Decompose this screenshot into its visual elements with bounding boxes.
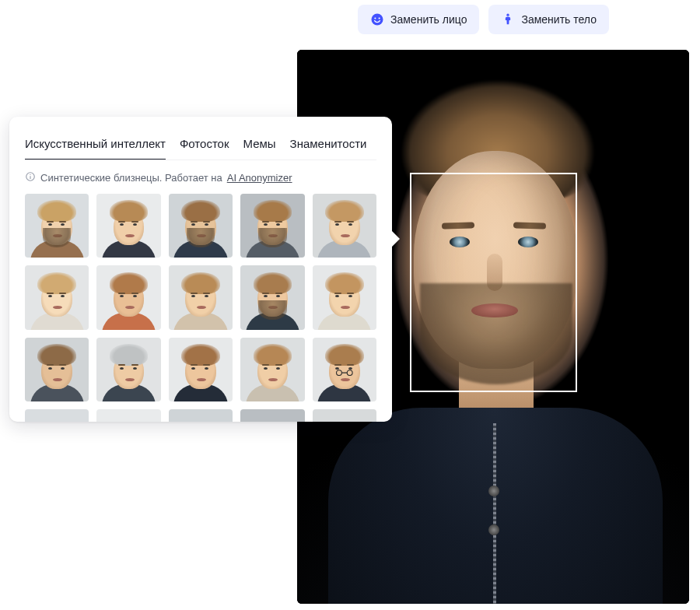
face-thumbnail[interactable] — [169, 409, 233, 422]
face-picker-popover: Искусственный интеллект Фотосток Мемы Зн… — [9, 117, 392, 422]
face-thumbnail[interactable] — [169, 194, 233, 258]
face-thumbnail[interactable] — [240, 265, 304, 329]
face-thumbnail[interactable] — [96, 409, 160, 422]
tab-memes-label: Мемы — [243, 137, 276, 150]
tab-ai-label: Искусственный интеллект — [25, 137, 166, 150]
svg-point-7 — [336, 370, 341, 376]
face-thumbnail[interactable] — [240, 338, 304, 401]
face-thumbnail[interactable] — [96, 338, 160, 401]
face-thumbnail-grid — [25, 194, 376, 401]
face-thumbnail-grid-partial — [25, 409, 376, 422]
ai-anonymizer-link[interactable]: AI Anonymizer — [227, 172, 292, 184]
svg-point-8 — [347, 370, 352, 376]
replace-body-button[interactable]: Заменить тело — [488, 5, 609, 34]
info-icon — [25, 171, 36, 184]
face-thumbnail[interactable] — [240, 194, 304, 258]
face-thumbnail[interactable] — [25, 338, 89, 401]
toolbar: Заменить лицо Заменить тело — [358, 5, 609, 34]
face-source-tabs: Искусственный интеллект Фотосток Мемы Зн… — [25, 131, 376, 160]
face-thumbnail[interactable] — [313, 194, 376, 258]
svg-point-0 — [372, 14, 383, 26]
tab-stock-label: Фотосток — [180, 137, 229, 150]
person-icon — [501, 12, 515, 26]
svg-point-3 — [507, 14, 509, 16]
face-thumbnail[interactable] — [25, 194, 89, 258]
replace-face-button[interactable]: Заменить лицо — [358, 5, 479, 34]
face-thumbnail[interactable] — [25, 409, 89, 422]
face-thumbnail[interactable] — [96, 194, 160, 258]
face-thumbnail[interactable] — [169, 265, 233, 329]
smile-face-icon — [370, 12, 384, 26]
face-thumbnail[interactable] — [25, 265, 89, 329]
tab-celebrities[interactable]: Знаменитости — [290, 131, 367, 160]
svg-point-1 — [374, 17, 376, 19]
face-thumbnail[interactable] — [169, 338, 233, 401]
info-text: Синтетические близнецы. Работает на — [40, 172, 222, 184]
svg-point-2 — [379, 17, 380, 19]
tab-celebrities-label: Знаменитости — [290, 137, 367, 150]
tab-stock[interactable]: Фотосток — [180, 131, 229, 160]
svg-point-6 — [30, 174, 30, 175]
face-thumbnail[interactable] — [313, 265, 376, 329]
face-thumbnail[interactable] — [313, 338, 376, 401]
face-thumbnail[interactable] — [240, 409, 304, 422]
info-line: Синтетические близнецы. Работает на AI A… — [25, 171, 376, 184]
face-thumbnail[interactable] — [96, 265, 160, 329]
glasses-icon — [333, 365, 356, 371]
tab-ai[interactable]: Искусственный интеллект — [25, 131, 166, 160]
popover-arrow-icon — [391, 230, 400, 247]
tab-memes[interactable]: Мемы — [243, 131, 276, 160]
face-thumbnail[interactable] — [313, 409, 376, 422]
replace-body-label: Заменить тело — [521, 13, 597, 26]
replace-face-label: Заменить лицо — [390, 13, 467, 26]
